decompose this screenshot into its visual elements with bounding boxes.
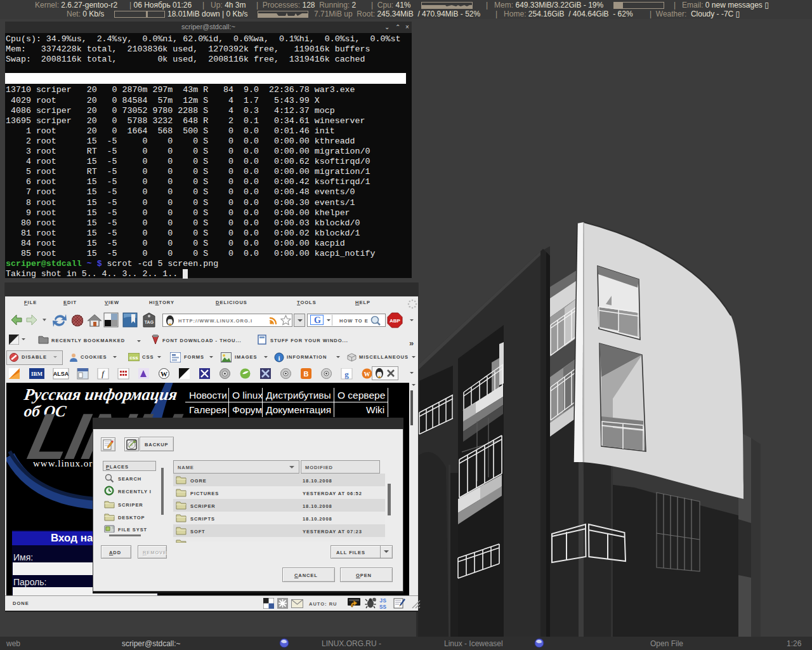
- svg-text:g: g: [344, 369, 349, 379]
- svg-text:W: W: [160, 370, 167, 378]
- svg-text:ABP: ABP: [390, 318, 401, 324]
- svg-text:TAG: TAG: [145, 320, 154, 324]
- svg-text:W: W: [364, 371, 370, 378]
- svg-text:ALSA: ALSA: [53, 371, 69, 377]
- svg-text:i: i: [278, 354, 280, 362]
- svg-text:SS: SS: [379, 604, 386, 609]
- svg-text:B: B: [304, 370, 309, 378]
- svg-text:css: css: [129, 355, 138, 361]
- svg-text:IBM: IBM: [31, 371, 43, 377]
- svg-text:JS: JS: [379, 598, 386, 604]
